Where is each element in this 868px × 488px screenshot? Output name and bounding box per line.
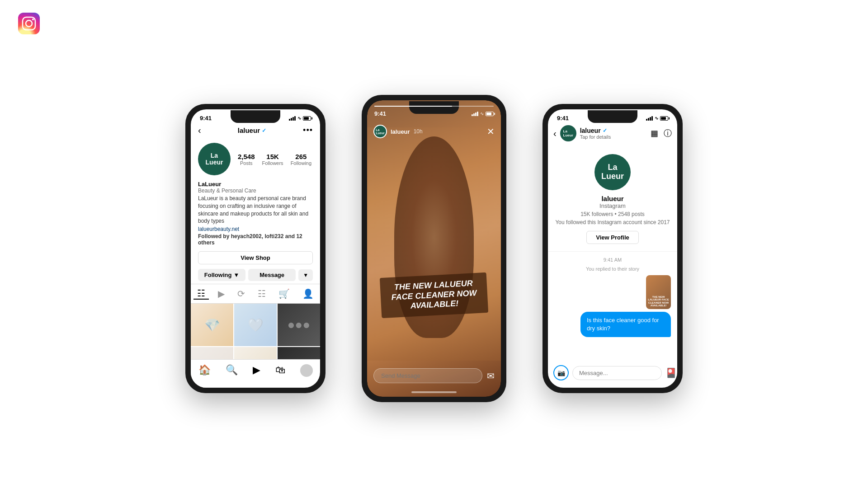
story-status-icons: ∿ [472,111,494,116]
profile-username-header: lalueur [238,127,260,134]
expand-button[interactable]: ▼ [298,269,313,281]
dm-subtitle[interactable]: Tap for details [580,134,647,140]
avatar-1: LaLueur [198,143,231,175]
view-shop-button[interactable]: View Shop [198,251,313,264]
video-call-icon[interactable]: ▦ [651,128,658,138]
reels-tab[interactable]: ▶ [214,288,228,299]
story-text: THE NEW LALUEUR FACE CLEANER NOW AVAILAB… [387,278,481,312]
followers-count: 15K [262,153,283,160]
posts-stat: 2,548 Posts [238,153,255,166]
profile-nav-avatar[interactable] [300,364,313,377]
followers-stat: 15K Followers [262,153,283,166]
dm-profile-card: LaLueur lalueur Instagram 15K followers … [548,145,677,252]
wifi-icon-3: ∿ [655,116,658,121]
dm-screen: 9:41 ∿ ‹ LaLueur [548,109,677,388]
content-tabs: ☷ ▶ ⟳ ☷ 🛒 👤 [191,284,320,304]
story-user-info: LaLueur lalueur 10h [373,125,423,138]
dm-profile-stats: 15K followers • 2548 posts [580,211,645,217]
dm-messages: 9:41 AM You replied to their story THE N… [548,252,677,343]
search-nav-icon[interactable]: 🔍 [226,364,238,377]
avatar-text-1: LaLueur [206,152,223,166]
view-profile-button[interactable]: View Profile [586,231,638,244]
collab-tab[interactable]: ☷ [254,288,269,299]
signal-icon-2 [472,112,478,116]
following-label: Following [291,160,311,166]
following-count: 265 [291,153,311,160]
profile-tab[interactable]: 👤 [299,288,317,299]
dm-header-avatar[interactable]: LaLueur [560,125,576,141]
status-time-1: 9:41 [200,115,212,122]
shop-tab[interactable]: 🛒 [275,288,293,299]
story-progress-fill [374,106,452,107]
dm-user-info: lalueur ✓ Tap for details [580,127,647,140]
bio-followers: Followed by heyach2002, lofti232 and 12 … [198,233,313,246]
story-status-time: 9:41 [374,110,386,117]
bottom-nav-1: 🏠 🔍 ▶ 🛍 [191,359,320,388]
close-story-button[interactable]: ✕ [487,126,495,137]
dm-story-thumbnail[interactable]: THE NEW LALUEUR FACE CLEANER NOW AVAILAB… [646,275,671,309]
back-button-1[interactable]: ‹ [198,125,201,136]
grid-cell-2[interactable]: 🤍 [234,304,277,346]
posts-count: 2,548 [238,153,255,160]
message-button[interactable]: Message [248,269,296,281]
story-username: lalueur [391,128,410,135]
home-nav-icon[interactable]: 🏠 [198,364,211,377]
reels-nav-icon[interactable]: ▶ [253,364,260,377]
dm-replied-label: You replied to their story [554,266,671,272]
following-stat: 265 Following [291,153,311,166]
story-send-button[interactable]: ✉ [487,371,495,381]
phones-container: 9:41 ∿ ‹ lalueur ✓ [185,95,683,402]
dm-profile-since: You followed this Instagram account sinc… [555,219,670,225]
bio-text: LaLueur is a beauty and personal care br… [198,195,313,225]
story-avatar[interactable]: LaLueur [373,125,387,138]
grid-tab[interactable]: ☷ [193,288,209,300]
camera-button[interactable]: 📷 [553,365,569,380]
profile-info: LaLueur 2,548 Posts 15K Followers 265 Fo… [191,139,320,179]
followers-label: Followers [262,160,283,166]
following-button[interactable]: Following ▼ [198,269,245,281]
dm-profile-avatar: LaLueur [594,154,631,190]
bio-link[interactable]: lalueurbeauty.net [198,226,313,232]
svg-rect-0 [18,13,40,34]
profile-screen: 9:41 ∿ ‹ lalueur ✓ [191,109,320,388]
info-icon[interactable]: ⓘ [664,128,672,139]
sticker-button[interactable]: 🎴 [665,367,677,378]
story-screen: 9:41 ∿ [367,100,501,397]
story-home-indicator [411,391,457,393]
phone-story: 9:41 ∿ [362,95,506,402]
profile-title: lalueur ✓ [238,127,266,134]
bio-name: LaLueur [198,181,313,188]
status-bar-3: 9:41 ∿ [548,109,677,123]
action-buttons: Following ▼ Message ▼ [191,266,320,284]
dm-time-label: 9:41 AM [554,257,671,263]
shop-nav-icon[interactable]: 🛍 [275,364,285,377]
wifi-icon-1: ∿ [297,116,301,121]
grid-cell-1[interactable]: 💎 [191,304,233,346]
back-button-3[interactable]: ‹ [553,128,557,139]
status-icons-1: ∿ [289,116,311,121]
dm-message-bubble: Is this face cleaner good for dry skin? [580,312,671,337]
phone-profile: 9:41 ∿ ‹ lalueur ✓ [185,104,326,393]
instagram-logo [18,13,40,36]
battery-icon-2 [486,112,494,116]
dm-header: ‹ LaLueur lalueur ✓ Tap for details ▦ ⓘ [548,123,677,145]
phone-dm: 9:41 ∿ ‹ LaLueur [542,104,683,393]
battery-icon-1 [303,116,311,121]
status-bar-1: 9:41 ∿ [191,109,320,123]
story-time-ago: 10h [414,128,423,135]
story-message-input[interactable] [373,368,482,383]
dm-header-icons: ▦ ⓘ [651,128,672,139]
grid-cell-3[interactable]: ●●● [278,304,320,346]
dm-profile-platform: Instagram [599,202,626,209]
story-time-status: 9:41 ∿ [374,110,494,117]
posts-label: Posts [238,160,255,166]
tagged-tab[interactable]: ⟳ [234,288,249,299]
story-bottom: ✉ [367,368,501,383]
profile-bio: LaLueur Beauty & Personal Care LaLueur i… [191,179,320,249]
story-header: LaLueur lalueur 10h ✕ [367,121,501,142]
wifi-icon-2: ∿ [480,111,484,116]
dm-message-input[interactable] [572,366,662,380]
dm-username: lalueur ✓ [580,127,647,134]
more-options-button-1[interactable]: ••• [303,126,313,135]
status-time-3: 9:41 [557,115,569,122]
